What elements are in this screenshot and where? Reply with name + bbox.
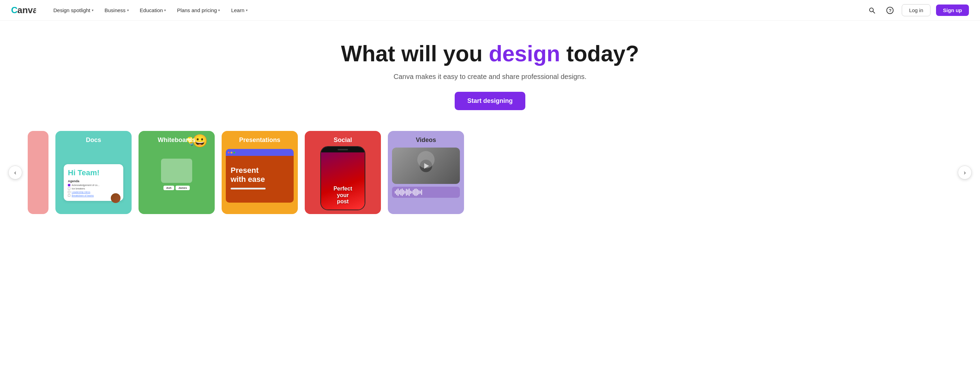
nav-actions: ? Log in Sign up (866, 4, 969, 17)
card-docs[interactable]: Docs Hi Team! Agenda Acknowledgement of … (56, 131, 132, 214)
hero-title: What will you design today? (7, 41, 973, 66)
carousel-track: Docs Hi Team! Agenda Acknowledgement of … (0, 124, 469, 221)
design-cards-carousel: ‹ Docs Hi Team! Agenda Acknowledgement o… (0, 124, 980, 228)
nav-plans-pricing-label: Plans and pricing (177, 7, 217, 13)
videos-photo (392, 148, 460, 184)
logo[interactable]: C anva (11, 6, 36, 15)
start-designing-button[interactable]: Start designing (455, 92, 525, 110)
chevron-down-icon: ▾ (127, 8, 129, 12)
help-button[interactable]: ? (884, 4, 896, 17)
pres-body-text: Presentwith ease (231, 166, 289, 184)
nav-design-spotlight-label: Design spotlight (53, 7, 91, 13)
nav-business[interactable]: Business ▾ (100, 5, 134, 16)
signup-button[interactable]: Sign up (936, 5, 969, 16)
navigation: C anva Design spotlight ▾ Business ▾ Edu… (0, 0, 980, 21)
nav-plans-pricing[interactable]: Plans and pricing ▾ (172, 5, 225, 16)
nav-learn-label: Learn (231, 7, 244, 13)
chevron-down-icon: ▾ (92, 8, 94, 12)
search-button[interactable] (866, 4, 878, 17)
hero-subtitle: Canva makes it easy to create and share … (7, 73, 973, 81)
pres-toolbar (226, 149, 294, 156)
docs-avatar (111, 193, 121, 203)
chevron-down-icon: ▾ (218, 8, 220, 12)
wb-tag-james: James (175, 186, 190, 190)
card-partial-left (28, 131, 48, 214)
svg-text:anva: anva (18, 6, 36, 15)
card-docs-title: Docs (56, 137, 132, 144)
waveform-bar (392, 187, 460, 198)
svg-line-3 (873, 11, 875, 13)
nav-education-label: Education (140, 7, 163, 13)
card-presentations[interactable]: Presentations Presentwith ease (222, 131, 298, 214)
card-videos[interactable]: Videos (388, 131, 464, 214)
svg-text:?: ? (889, 8, 892, 13)
whiteboard-rect (161, 159, 192, 183)
card-whiteboards-title: Whiteboards (138, 137, 215, 144)
pres-laptop-base (231, 188, 266, 189)
chevron-down-icon: ▾ (246, 8, 248, 12)
svg-text:C: C (11, 6, 18, 15)
social-body-text: Perfectyourpost (334, 186, 352, 205)
carousel-next-button[interactable]: › (958, 165, 972, 180)
nav-education[interactable]: Education ▾ (135, 5, 171, 16)
nav-learn[interactable]: Learn ▾ (226, 5, 252, 16)
nav-business-label: Business (105, 7, 126, 13)
social-phone: Perfectyourpost (320, 146, 365, 210)
wb-tag-ash: Ash (164, 186, 174, 190)
nav-links: Design spotlight ▾ Business ▾ Education … (48, 5, 866, 16)
card-social[interactable]: Social Perfectyourpost (305, 131, 381, 214)
card-videos-title: Videos (388, 137, 464, 144)
nav-design-spotlight[interactable]: Design spotlight ▾ (48, 5, 99, 16)
hero-section: What will you design today? Canva makes … (0, 21, 980, 124)
card-presentations-title: Presentations (222, 137, 298, 144)
card-social-title: Social (305, 137, 381, 144)
card-whiteboards[interactable]: Whiteboards 😀 💡 Ash James (138, 131, 215, 214)
chevron-down-icon: ▾ (164, 8, 166, 12)
login-button[interactable]: Log in (902, 4, 931, 16)
